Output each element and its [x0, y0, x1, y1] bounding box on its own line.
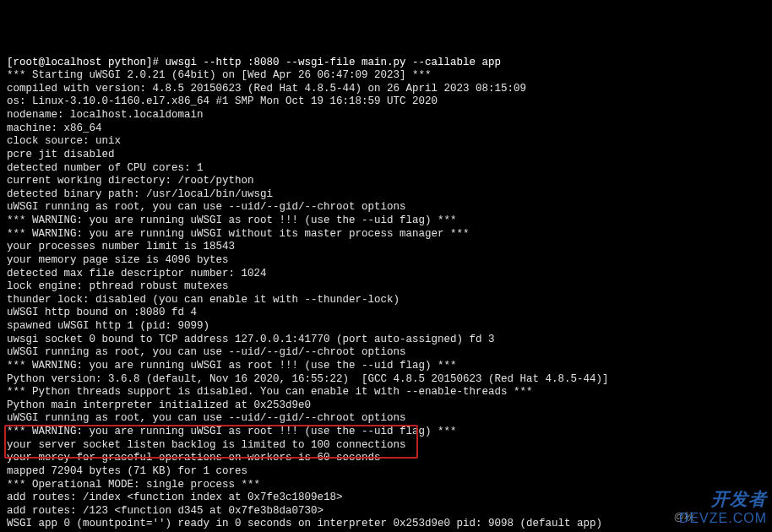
shell-prompt: [root@localhost python]# — [7, 57, 166, 68]
terminal-output: [root@localhost python]# uwsgi --http :8… — [7, 57, 765, 533]
watermark-line2: DEVZE.COM — [679, 510, 767, 527]
watermark-line1: 开发者 — [711, 488, 767, 510]
command-text: uwsgi --http :8080 --wsgi-file main.py -… — [166, 57, 502, 68]
watermark: 开发者 DEVZE.COM — [679, 488, 767, 527]
output-lines: *** Starting uWSGI 2.0.21 (64bit) on [We… — [7, 69, 609, 532]
